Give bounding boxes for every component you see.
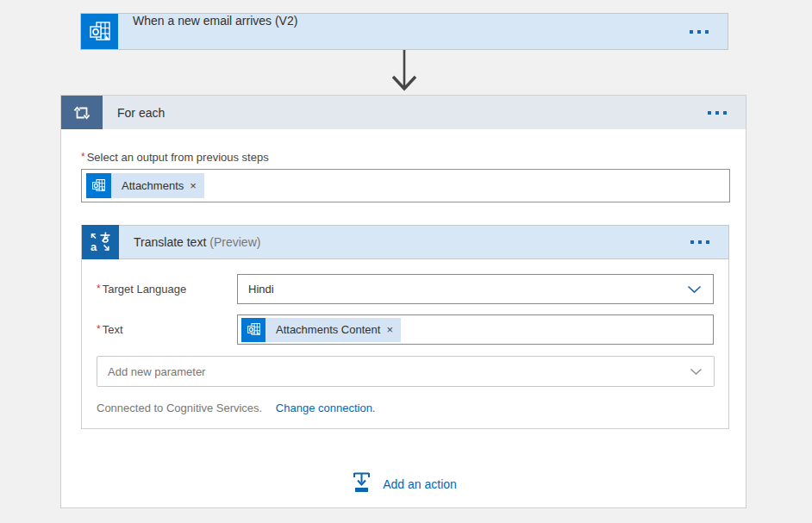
trigger-title: When a new email arrives (V2) [118,14,671,49]
select-output-input[interactable]: Attachments × [81,169,730,202]
flow-designer-canvas: When a new email arrives (V2) For each *… [0,0,812,523]
preview-suffix: (Preview) [209,235,260,249]
required-marker: * [81,151,85,163]
outlook-icon [81,14,118,49]
foreach-title: For each [103,106,689,120]
text-label: *Text [97,323,237,336]
connection-info: Connected to Cognitive Services. Change … [97,402,714,428]
add-new-parameter-dropdown[interactable]: Add new parameter [97,356,715,387]
foreach-scope-card: For each *Select an output from previous… [60,95,746,508]
target-language-dropdown[interactable]: Hindi [237,274,714,304]
loop-icon [61,96,103,129]
insert-action-icon [350,470,373,497]
change-connection-link[interactable]: Change connection. [276,402,376,414]
flow-connector-arrow [387,50,422,93]
foreach-header[interactable]: For each [61,96,746,129]
translate-menu-button[interactable] [671,226,728,258]
translate-text-card: a Translate text(Preview) *T [81,225,729,429]
target-language-value: Hindi [238,283,687,296]
chevron-down-icon [687,285,713,294]
translator-icon: a [82,225,119,259]
token-label: Attachments [111,179,190,192]
trigger-menu-button[interactable] [671,14,728,49]
svg-text:a: a [91,240,97,253]
add-action-label: Add an action [383,477,457,491]
token-remove-icon[interactable]: × [190,179,204,192]
select-output-label: *Select an output from previous steps [81,151,728,164]
translate-body: *Target Language Hindi *Text [81,259,729,429]
token-remove-icon[interactable]: × [386,323,401,336]
translate-title: Translate text(Preview) [119,235,671,249]
add-action-button[interactable]: Add an action [350,470,457,497]
trigger-card-when-new-email-arrives[interactable]: When a new email arrives (V2) [80,13,728,50]
chevron-down-icon [690,368,714,376]
foreach-body: *Select an output from previous steps [61,129,746,429]
token-attachments-content[interactable]: Attachments Content × [241,318,401,342]
text-input[interactable]: Attachments Content × [237,314,714,345]
connection-status: Connected to Cognitive Services. [97,402,262,414]
outlook-icon [241,318,265,342]
translate-header[interactable]: a Translate text(Preview) [81,225,729,259]
token-label: Attachments Content [265,323,386,336]
foreach-menu-button[interactable] [689,96,746,129]
add-parameter-placeholder: Add new parameter [97,365,690,378]
outlook-icon [86,173,111,198]
target-language-label: *Target Language [97,283,237,296]
token-attachments[interactable]: Attachments × [86,173,204,198]
